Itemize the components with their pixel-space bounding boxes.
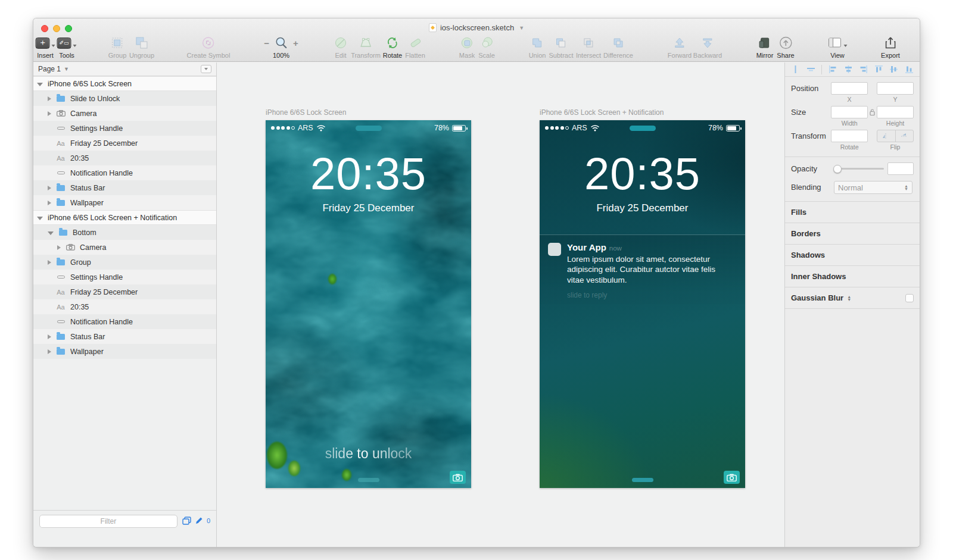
zoom-in-button[interactable]: + bbox=[289, 38, 302, 48]
toolbar-group[interactable]: Group bbox=[108, 35, 127, 59]
position-x-input[interactable] bbox=[831, 82, 868, 95]
align-bottom-icon[interactable] bbox=[905, 65, 914, 74]
opacity-input[interactable] bbox=[887, 162, 914, 175]
gaussian-blur-section-header[interactable]: Gaussian Blur ▲▼ bbox=[785, 287, 920, 309]
blending-select[interactable]: Normal ▲▼ bbox=[834, 181, 912, 194]
inner-shadows-section-header[interactable]: Inner Shadows bbox=[785, 266, 920, 287]
slide-to-unlock-text[interactable]: slide to unlock bbox=[266, 446, 471, 462]
toolbar-subtract[interactable]: Subtract bbox=[549, 35, 574, 59]
opacity-slider[interactable] bbox=[834, 168, 884, 170]
disclosure-icon[interactable] bbox=[48, 349, 51, 354]
disclosure-icon[interactable] bbox=[48, 334, 51, 339]
layer-row[interactable]: Camera bbox=[33, 240, 216, 255]
toolbar-share[interactable]: Share bbox=[777, 35, 794, 59]
fills-section-header[interactable]: Fills bbox=[785, 202, 920, 223]
align-top-icon[interactable] bbox=[874, 65, 883, 74]
settings-handle[interactable] bbox=[356, 126, 382, 131]
layer-row[interactable]: Status Bar bbox=[33, 329, 216, 344]
width-input[interactable] bbox=[831, 106, 868, 118]
rotate-input[interactable] bbox=[831, 130, 868, 142]
disclosure-open-icon[interactable] bbox=[37, 217, 43, 220]
disclosure-icon[interactable] bbox=[48, 96, 51, 101]
zoom-out-button[interactable]: − bbox=[260, 38, 273, 48]
artboard-1-label[interactable]: iPhone 6/6S Lock Screen bbox=[266, 108, 346, 117]
notification-handle[interactable] bbox=[358, 478, 379, 482]
align-left-icon[interactable] bbox=[829, 65, 837, 74]
layer-artboard-1[interactable]: iPhone 6/6S Lock Screen bbox=[33, 76, 216, 91]
layer-row[interactable]: AaFriday 25 December bbox=[33, 284, 216, 299]
artboard-list-toggle-button[interactable] bbox=[201, 65, 211, 73]
lock-ratio-icon[interactable] bbox=[870, 109, 875, 115]
magnifier-icon[interactable] bbox=[275, 36, 288, 49]
disclosure-icon[interactable] bbox=[48, 186, 51, 190]
disclosure-open-icon[interactable] bbox=[48, 231, 54, 235]
artboard-2-label[interactable]: iPhone 6/6S Lock Screen + Notification bbox=[540, 108, 664, 117]
borders-section-header[interactable]: Borders bbox=[785, 223, 920, 245]
pencil-icon[interactable] bbox=[195, 517, 203, 525]
opacity-slider-knob[interactable] bbox=[833, 165, 842, 173]
blur-type-stepper-icon[interactable]: ▲▼ bbox=[847, 295, 851, 301]
toolbar-mirror[interactable]: Mirror bbox=[756, 35, 774, 59]
gaussian-blur-checkbox[interactable] bbox=[905, 294, 914, 302]
toolbar-union[interactable]: Union bbox=[529, 35, 546, 59]
layer-row[interactable]: Settings Handle bbox=[33, 121, 216, 136]
layer-row[interactable]: Slide to Unlock bbox=[33, 91, 216, 106]
layer-artboard-2[interactable]: iPhone 6/6S Lock Screen + Notification bbox=[33, 210, 216, 225]
toolbar-rotate[interactable]: Rotate bbox=[383, 35, 402, 59]
toolbar-transform[interactable]: Transform bbox=[351, 35, 381, 59]
layer-row[interactable]: Wallpaper bbox=[33, 195, 216, 210]
layer-row[interactable]: Camera bbox=[33, 106, 216, 121]
toolbar-edit[interactable]: Edit bbox=[334, 35, 347, 59]
toolbar-backward[interactable]: Backward bbox=[693, 35, 722, 59]
disclosure-icon[interactable] bbox=[48, 111, 51, 116]
toolbar-mask[interactable]: Mask bbox=[459, 35, 475, 59]
page-header[interactable]: Page 1 ▼ bbox=[33, 62, 216, 76]
toolbar-intersect[interactable]: Intersect bbox=[576, 35, 601, 59]
disclosure-icon[interactable] bbox=[57, 245, 61, 250]
layer-row[interactable]: Notification Handle bbox=[33, 314, 216, 329]
flip-horizontal-button[interactable] bbox=[877, 130, 896, 142]
toolbar-forward[interactable]: Forward bbox=[668, 35, 692, 59]
shadows-section-header[interactable]: Shadows bbox=[785, 245, 920, 266]
align-right-icon[interactable] bbox=[859, 65, 868, 74]
layer-row[interactable]: Bottom bbox=[33, 225, 216, 240]
camera-button[interactable] bbox=[724, 471, 740, 484]
layer-row[interactable]: Wallpaper bbox=[33, 344, 216, 359]
pages-icon[interactable] bbox=[182, 517, 191, 525]
layer-row[interactable]: Status Bar bbox=[33, 180, 216, 195]
position-y-input[interactable] bbox=[877, 82, 914, 95]
toolbar-tools[interactable]: ✐▭ Tools bbox=[57, 35, 77, 59]
toolbar-create-symbol[interactable]: Create Symbol bbox=[187, 35, 231, 59]
title-chevron-icon[interactable]: ▼ bbox=[519, 25, 524, 31]
distribute-horizontally-icon[interactable] bbox=[791, 65, 800, 74]
toolbar-export[interactable]: Export bbox=[881, 35, 900, 59]
toolbar-difference[interactable]: Difference bbox=[603, 35, 633, 59]
toolbar-view[interactable]: View bbox=[828, 35, 848, 59]
settings-handle[interactable] bbox=[630, 126, 656, 131]
distribute-vertically-icon[interactable] bbox=[806, 65, 815, 74]
layer-row[interactable]: Notification Handle bbox=[33, 165, 216, 180]
layer-row[interactable]: Group bbox=[33, 255, 216, 270]
disclosure-open-icon[interactable] bbox=[37, 83, 43, 86]
toolbar-flatten[interactable]: Flatten bbox=[405, 35, 425, 59]
camera-button[interactable] bbox=[450, 471, 466, 484]
align-middle-vertical-icon[interactable] bbox=[889, 65, 898, 74]
notification-banner[interactable]: Your Appnow Lorem ipsum dolor sit amet, … bbox=[540, 234, 745, 304]
flip-vertical-button[interactable] bbox=[896, 130, 914, 142]
layer-row[interactable]: Settings Handle bbox=[33, 270, 216, 284]
toolbar-scale[interactable]: Scale bbox=[478, 35, 495, 59]
artboard-lockscreen-notification[interactable]: ARS 78% 20:35 Friday 25 December bbox=[540, 120, 745, 488]
artboard-lockscreen[interactable]: ARS 78% 20:35 Friday 25 December slide t… bbox=[266, 120, 471, 488]
align-center-horizontal-icon[interactable] bbox=[844, 65, 853, 74]
layer-row[interactable]: Aa20:35 bbox=[33, 151, 216, 165]
canvas[interactable]: iPhone 6/6S Lock Screen iPhone 6/6S Lock… bbox=[217, 62, 784, 547]
filter-input[interactable] bbox=[39, 515, 177, 528]
slide-to-reply-text[interactable]: slide to reply bbox=[567, 291, 737, 299]
disclosure-icon[interactable] bbox=[48, 201, 51, 205]
notification-handle[interactable] bbox=[632, 478, 653, 482]
toolbar-ungroup[interactable]: Ungroup bbox=[129, 35, 154, 59]
height-input[interactable] bbox=[877, 106, 914, 118]
toolbar-insert[interactable]: ＋ Insert bbox=[36, 35, 55, 59]
layer-row[interactable]: AaFriday 25 December bbox=[33, 136, 216, 151]
layer-row[interactable]: Aa20:35 bbox=[33, 299, 216, 314]
